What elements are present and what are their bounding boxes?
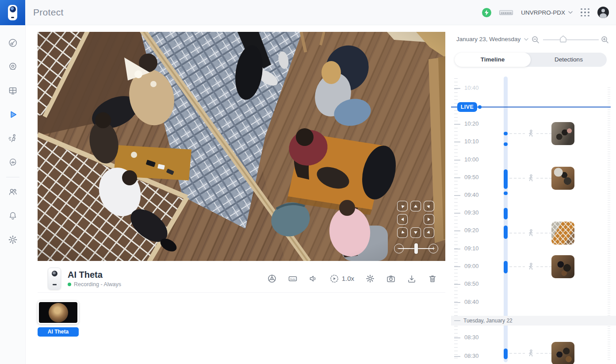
date-label: January 23, Wednesday bbox=[456, 36, 520, 42]
tab-detections[interactable]: Detections bbox=[531, 53, 607, 67]
protect-logo[interactable] bbox=[0, 0, 25, 25]
topbar-right: UNVRPRO-PDX bbox=[482, 7, 616, 18]
nav-motion-detections-icon[interactable] bbox=[4, 126, 22, 150]
timeline-major-tick bbox=[454, 230, 460, 231]
fisheye-thumbnail-image bbox=[49, 303, 68, 322]
nav-notifications-bell-icon[interactable] bbox=[4, 204, 22, 228]
recording-segment[interactable] bbox=[504, 261, 508, 273]
protect-camera-icon bbox=[8, 5, 17, 20]
top-bar: Protect UNVRPRO-PDX bbox=[0, 0, 616, 25]
console-name-label: UNVRPRO-PDX bbox=[521, 9, 565, 16]
ptz-up-right-button[interactable] bbox=[424, 201, 434, 211]
ptz-down-right-button[interactable] bbox=[424, 227, 434, 238]
ptz-down-button[interactable] bbox=[410, 227, 421, 238]
video-zoom-control: − + bbox=[394, 243, 438, 254]
recording-segment[interactable] bbox=[504, 208, 508, 219]
timeline-zoom-slider[interactable] bbox=[543, 39, 599, 40]
playback-speed-control[interactable]: 1.0x bbox=[329, 274, 354, 284]
camera-meta: AI Theta Recording - Always bbox=[68, 270, 121, 287]
auto-mode-badge[interactable]: Auto bbox=[288, 274, 298, 284]
timeline-tick-label: 09:10 bbox=[464, 245, 479, 252]
tab-timeline[interactable]: Timeline bbox=[455, 53, 531, 67]
ptz-up-left-button[interactable] bbox=[397, 201, 408, 211]
timeline-tick-label: 09:00 bbox=[464, 263, 479, 269]
person-detection-icon bbox=[525, 172, 536, 184]
date-selector[interactable]: January 23, Wednesday bbox=[456, 36, 528, 42]
arrow-up-right-icon bbox=[427, 204, 431, 208]
timeline-zoom-handle[interactable] bbox=[560, 35, 566, 44]
timeline-tick-label: 09:20 bbox=[464, 227, 479, 234]
nav-settings-gear-icon[interactable] bbox=[4, 228, 22, 252]
timeline-zoom-in-icon[interactable] bbox=[601, 36, 609, 46]
nav-viewports-grid-icon[interactable] bbox=[4, 79, 22, 103]
detection-thumbnail[interactable] bbox=[551, 122, 574, 145]
ptz-left-button[interactable] bbox=[397, 214, 408, 225]
arrow-up-icon bbox=[414, 205, 417, 207]
timeline-major-tick bbox=[454, 284, 460, 285]
nav-playback-icon[interactable] bbox=[4, 103, 22, 126]
timeline-tick-label: 10:10 bbox=[464, 138, 479, 145]
detection-thumbnail[interactable] bbox=[551, 167, 574, 190]
recording-segment[interactable] bbox=[504, 349, 508, 359]
detection-thumbnail[interactable] bbox=[551, 255, 574, 278]
dewarp-fisheye-icon[interactable] bbox=[267, 274, 277, 284]
timeline-major-tick bbox=[454, 160, 460, 161]
video-zoom-handle[interactable] bbox=[414, 243, 418, 254]
camera-device-image bbox=[48, 268, 61, 290]
timeline-major-tick bbox=[454, 142, 460, 142]
live-badge[interactable]: LIVE bbox=[457, 102, 477, 112]
video-zoom-in-button[interactable]: + bbox=[429, 244, 438, 253]
arrow-down-right-icon bbox=[427, 230, 431, 235]
timeline-tabs: Timeline Detections bbox=[455, 53, 607, 67]
ptz-right-button[interactable] bbox=[424, 214, 434, 225]
timeline-tick-label: 09:40 bbox=[464, 192, 479, 198]
recording-segment[interactable] bbox=[504, 226, 508, 239]
nav-dashboard-gauge-icon[interactable] bbox=[4, 31, 22, 55]
camera-live-view[interactable]: − + bbox=[38, 32, 445, 261]
recording-segment[interactable] bbox=[504, 192, 508, 195]
power-status-icon[interactable] bbox=[482, 8, 491, 17]
timeline-tick-label: 08:30 bbox=[464, 334, 479, 341]
detection-thumbnail[interactable] bbox=[551, 342, 574, 364]
timeline-major-tick bbox=[454, 124, 460, 125]
recording-segment[interactable] bbox=[504, 132, 508, 135]
recording-dot-icon bbox=[68, 283, 71, 286]
arrow-down-icon bbox=[414, 231, 417, 234]
download-icon[interactable] bbox=[407, 274, 417, 284]
timeline-tick-label: 09:30 bbox=[464, 209, 479, 216]
recording-segment[interactable] bbox=[504, 169, 508, 189]
ptz-down-left-button[interactable] bbox=[397, 227, 408, 238]
app-switcher-icon[interactable] bbox=[581, 8, 589, 17]
protect-app: Protect UNVRPRO-PDX bbox=[0, 0, 616, 364]
nav-cameras-icon[interactable] bbox=[4, 55, 22, 79]
camera-settings-gear-icon[interactable] bbox=[365, 274, 375, 284]
timeline-tick-label: 09:50 bbox=[464, 174, 479, 180]
delete-trash-icon[interactable] bbox=[428, 274, 437, 284]
timeline-zoom-out-icon[interactable] bbox=[532, 36, 539, 46]
timeline-major-tick bbox=[454, 302, 460, 303]
nav-users-icon[interactable] bbox=[4, 180, 22, 204]
detection-thumbnail[interactable] bbox=[551, 222, 574, 245]
nav-ai-assistant-icon[interactable] bbox=[4, 150, 22, 174]
arrow-left-icon bbox=[401, 218, 404, 221]
camera-thumbnail-card[interactable] bbox=[38, 301, 79, 324]
timeline-major-tick bbox=[454, 266, 460, 267]
live-view-scene bbox=[38, 32, 445, 261]
video-zoom-out-button[interactable]: − bbox=[394, 244, 404, 253]
snapshot-camera-icon[interactable] bbox=[386, 274, 396, 284]
live-dot-icon bbox=[478, 105, 482, 109]
console-selector[interactable]: UNVRPRO-PDX bbox=[521, 9, 573, 16]
app-title: Protect bbox=[33, 7, 64, 18]
volume-icon[interactable] bbox=[309, 274, 318, 284]
ptz-up-button[interactable] bbox=[410, 201, 421, 211]
timeline-major-tick bbox=[454, 195, 460, 196]
timeline-tick-label: 10:00 bbox=[464, 156, 479, 163]
user-avatar[interactable] bbox=[597, 7, 609, 18]
timeline-tick-label: 10:40 bbox=[464, 84, 479, 91]
timeline-major-tick bbox=[454, 177, 460, 178]
camera-thumbnail-label[interactable]: AI Theta bbox=[38, 327, 79, 337]
console-device-icon bbox=[499, 10, 513, 15]
camera-toolbar: Auto 1.0x bbox=[267, 274, 445, 284]
day-divider: Tuesday, January 22 bbox=[451, 316, 616, 326]
recording-segment[interactable] bbox=[504, 142, 508, 146]
